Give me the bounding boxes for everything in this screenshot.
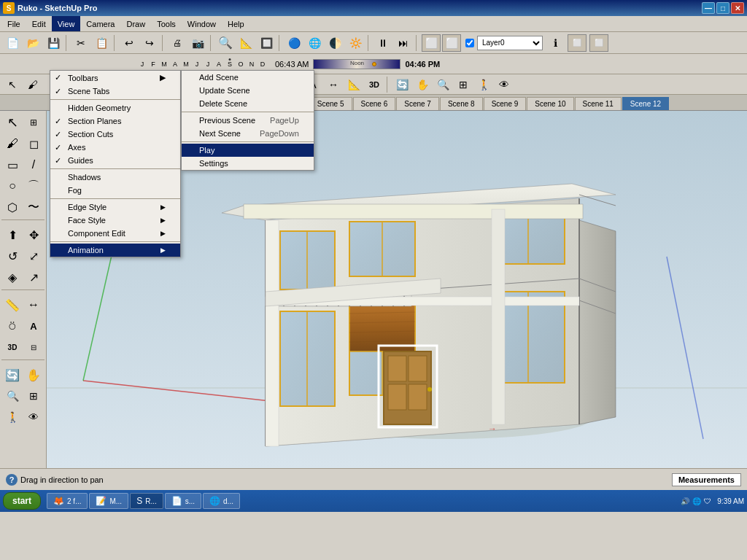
scene-tab-6[interactable]: Scene 6 (353, 97, 396, 110)
menu-camera[interactable]: Camera (80, 16, 120, 31)
orbit-tool[interactable]: 🔄 (392, 76, 411, 93)
lt-text[interactable]: A (23, 316, 44, 336)
scene-tab-10[interactable]: Scene 10 (527, 97, 573, 110)
menu-axes[interactable]: Axes (50, 141, 180, 154)
scene-tab-9[interactable]: Scene 9 (484, 97, 527, 110)
menu-fog[interactable]: Fog (50, 184, 180, 197)
scene-tab-8[interactable]: Scene 8 (440, 97, 483, 110)
walk-tool[interactable]: 🚶 (474, 76, 493, 93)
lt-pan[interactable]: ✋ (23, 365, 44, 385)
3d-btn2[interactable]: ⬜ (442, 34, 461, 52)
menu-view[interactable]: View (52, 16, 81, 31)
maximize-button[interactable]: □ (716, 2, 729, 14)
lt-freehand[interactable]: 〜 (23, 197, 44, 217)
zoom-extent[interactable]: ⊞ (454, 76, 473, 93)
lt-orbit[interactable]: 🔄 (2, 365, 23, 385)
lt-rect[interactable]: ▭ (2, 155, 23, 175)
lt-offset[interactable]: ◈ (2, 267, 23, 287)
save-button[interactable]: 💾 (44, 34, 63, 52)
layer-info-button[interactable]: ℹ (546, 34, 565, 52)
cut-button[interactable]: ✂ (71, 34, 90, 52)
menu-section-planes[interactable]: Section Planes (50, 114, 180, 128)
3d-view2[interactable]: ⬜ (589, 34, 608, 52)
paint-tool[interactable]: 🖌 (23, 76, 42, 93)
pan-tool[interactable]: ✋ (413, 76, 432, 93)
anim-next-scene[interactable]: Next ScenePageDown (182, 127, 314, 140)
next-button[interactable]: ⏭ (394, 34, 413, 52)
taskbar-d[interactable]: 🌐 d... (203, 493, 240, 509)
material-button[interactable]: 🌐 (305, 34, 324, 52)
layer-checkbox[interactable] (465, 39, 474, 47)
new-button[interactable]: 📄 (3, 34, 22, 52)
menu-toolbars[interactable]: Toolbars ▶ (50, 71, 180, 85)
lt-erase[interactable]: ◻ (23, 133, 44, 154)
close-button[interactable]: ✕ (731, 2, 744, 14)
lt-polygon[interactable]: ⬡ (2, 197, 23, 217)
zoomtool[interactable]: 🔍 (433, 76, 452, 93)
menu-edit[interactable]: Edit (26, 16, 52, 31)
print-button[interactable]: 🖨 (168, 34, 187, 52)
lt-tape[interactable]: 📏 (2, 295, 23, 315)
anim-delete-scene[interactable]: Delete Scene (182, 97, 314, 110)
menu-shadows[interactable]: Shadows (50, 171, 180, 184)
anim-add-scene[interactable]: Add Scene (182, 71, 314, 84)
menu-face-style[interactable]: Face Style (50, 214, 180, 227)
redo-button[interactable]: ↪ (140, 34, 159, 52)
lt-3dtext[interactable]: 3D (2, 337, 23, 357)
dim-tool[interactable]: ↔ (324, 76, 343, 93)
lt-zoomext[interactable]: ⊞ (23, 386, 44, 406)
shadow-button[interactable]: 🌓 (325, 34, 344, 52)
lt-push[interactable]: ⬆ (2, 225, 23, 245)
menu-component-edit[interactable]: Component Edit (50, 227, 180, 240)
lt-dim[interactable]: ↔ (23, 295, 44, 315)
select-tool[interactable]: ↖ (3, 76, 22, 93)
copy-button[interactable]: 📋 (92, 34, 111, 52)
lt-protractor[interactable]: ⍥ (2, 316, 23, 336)
menu-help[interactable]: Help (222, 16, 250, 31)
camera-button[interactable]: 📷 (188, 34, 207, 52)
measure-button[interactable]: 📐 (236, 34, 255, 52)
lt-circle[interactable]: ○ (2, 176, 23, 196)
menu-tools[interactable]: Tools (151, 16, 182, 31)
lt-select[interactable]: ↖ (2, 112, 23, 133)
lt-walk[interactable]: 🚶 (2, 407, 23, 427)
scene-tab-11[interactable]: Scene 11 (575, 97, 622, 110)
open-button[interactable]: 📂 (23, 34, 42, 52)
3dtext-tool[interactable]: 3D (365, 76, 384, 93)
menu-scene-tabs[interactable]: Scene Tabs (50, 85, 180, 98)
scene-tab-12[interactable]: Scene 12 (622, 97, 669, 110)
select-button[interactable]: 🔲 (257, 34, 276, 52)
menu-guides[interactable]: Guides (50, 154, 180, 167)
minimize-button[interactable]: — (702, 2, 715, 14)
lt-line[interactable]: / (23, 155, 44, 175)
menu-animation[interactable]: Animation (50, 244, 180, 257)
taskbar-s[interactable]: 📄 s... (165, 493, 201, 509)
lt-rotate[interactable]: ↺ (2, 246, 23, 266)
menu-hidden-geometry[interactable]: Hidden Geometry (50, 101, 180, 114)
lt-zoom[interactable]: 🔍 (2, 386, 23, 406)
3d-btn1[interactable]: ⬜ (422, 34, 441, 52)
lt-follow[interactable]: ↗ (23, 267, 44, 287)
3d-view1[interactable]: ⬜ (568, 34, 587, 52)
anim-play[interactable]: Play (182, 144, 314, 157)
menu-file[interactable]: File (1, 16, 26, 31)
lt-arc[interactable]: ⌒ (23, 176, 44, 196)
lt-lookat[interactable]: 👁 (23, 407, 44, 427)
anim-settings[interactable]: Settings (182, 157, 314, 170)
lt-move[interactable]: ✥ (23, 225, 44, 245)
taskbar-m[interactable]: 📝 M... (89, 493, 128, 509)
menu-window[interactable]: Window (182, 16, 222, 31)
scene-tab-7[interactable]: Scene 7 (396, 97, 439, 110)
protractor-tool[interactable]: 📐 (344, 76, 363, 93)
anim-prev-scene[interactable]: Previous ScenePageUp (182, 114, 314, 127)
sun-button[interactable]: 🔆 (346, 34, 365, 52)
menu-draw[interactable]: Draw (120, 16, 151, 31)
menu-section-cuts[interactable]: Section Cuts (50, 128, 180, 141)
undo-button[interactable]: ↩ (120, 34, 139, 52)
lt-scale[interactable]: ⤢ (23, 246, 44, 266)
start-button[interactable]: start (3, 492, 41, 510)
lt-paint[interactable]: 🖌 (2, 133, 23, 154)
anim-update-scene[interactable]: Update Scene (182, 84, 314, 97)
lt-component[interactable]: ⊞ (23, 112, 44, 133)
sphere-button[interactable]: 🔵 (285, 34, 303, 52)
